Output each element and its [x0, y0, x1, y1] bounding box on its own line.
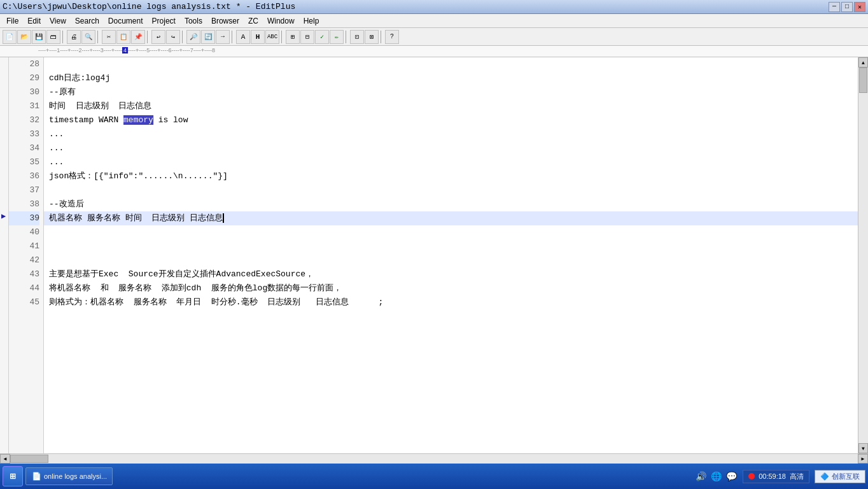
line-num-33: 33: [9, 127, 39, 141]
tb-open[interactable]: 📂: [17, 30, 31, 44]
tb-help[interactable]: ?: [385, 30, 399, 44]
start-button[interactable]: ⊞: [3, 466, 23, 486]
recording-dot: [748, 473, 755, 479]
tb-replace[interactable]: 🔄: [201, 30, 215, 44]
scroll-down-button[interactable]: ▼: [858, 443, 868, 453]
code-line-37: [44, 183, 858, 197]
scroll-right-button[interactable]: ▶: [858, 454, 868, 464]
toolbar: 📄 📂 💾 🗃 🖨 🔍 ✂ 📋 📌 ↩ ↪ 🔎 🔄 → A H ABC ⊞ ⊟ …: [0, 28, 868, 46]
time-display: 00:59:18 高清: [743, 470, 809, 483]
tb-font[interactable]: A: [236, 30, 250, 44]
code-line-42: [44, 253, 858, 267]
scroll-thumb[interactable]: [859, 67, 867, 93]
code-line-38: --改造后: [44, 197, 858, 211]
menu-tools[interactable]: Tools: [181, 15, 206, 27]
line-num-37: 37: [9, 183, 39, 197]
tb-cols[interactable]: ⊡: [350, 30, 364, 44]
cursor-arrow: ▶: [1, 211, 6, 221]
tb-redo[interactable]: ↪: [166, 30, 180, 44]
sys-icon-2[interactable]: 🌐: [710, 470, 722, 483]
menu-browser[interactable]: Browser: [207, 15, 243, 27]
code-line-31: 时间 日志级别 日志信息: [44, 99, 858, 113]
tb-copy[interactable]: 📋: [116, 30, 130, 44]
tb-cut[interactable]: ✂: [102, 30, 116, 44]
scroll-left-button[interactable]: ◀: [0, 454, 10, 464]
scrollbar-vertical[interactable]: ▲ ▼: [858, 57, 868, 453]
code-line-36: json格式：[{"info":"......\n......"}]: [44, 169, 858, 183]
quality-text: 高清: [790, 472, 804, 481]
ruler: ----+----1----+----2----+----3----+----4…: [0, 46, 868, 57]
menu-window[interactable]: Window: [263, 15, 298, 27]
line-num-43: 43: [9, 267, 39, 281]
h-scroll-thumb[interactable]: [10, 455, 48, 463]
taskbar-item-editor[interactable]: 📄 online logs analysi...: [25, 467, 113, 485]
titlebar: C:\Users\jpwu\Desktop\online logs analys…: [0, 0, 868, 14]
menu-search[interactable]: Search: [71, 15, 103, 27]
code-line-35: ...: [44, 155, 858, 169]
sys-icon-3[interactable]: 💬: [725, 470, 738, 483]
sep7: [346, 31, 348, 43]
line-num-34: 34: [9, 141, 39, 155]
brand-logo: 🔷 创新互联: [815, 470, 865, 483]
code-line-45: 则格式为：机器名称 服务名称 年月日 时分秒.毫秒 日志级别 日志信息 ;: [44, 295, 858, 309]
ruler-content: ----+----1----+----2----+----3----+----4…: [38, 47, 215, 53]
tb-toggle2[interactable]: ⊟: [300, 30, 314, 44]
tb-saveall[interactable]: 🗃: [46, 30, 60, 44]
line-num-32: 32: [9, 113, 39, 127]
close-button[interactable]: ✕: [854, 2, 865, 12]
menu-view[interactable]: View: [46, 15, 70, 27]
code-line-32: timestamp WARN memory is low: [44, 113, 858, 127]
tb-check[interactable]: ✓: [315, 30, 329, 44]
tb-abc[interactable]: ABC: [265, 30, 279, 44]
scrollbar-horizontal[interactable]: ◀ ▶: [0, 453, 868, 464]
tb-new[interactable]: 📄: [3, 30, 17, 44]
minimize-button[interactable]: ─: [829, 2, 840, 12]
menubar: File Edit View Search Document Project T…: [0, 14, 868, 28]
left-margin: ▶: [0, 57, 9, 453]
maximize-button[interactable]: □: [841, 2, 853, 12]
code-line-43: 主要是想基于Exec Source开发自定义插件AdvancedExecSour…: [44, 267, 858, 281]
menu-zc[interactable]: ZC: [244, 15, 262, 27]
menu-document[interactable]: Document: [104, 15, 147, 27]
sep2: [97, 31, 100, 43]
menu-help[interactable]: Help: [300, 15, 323, 27]
title-text: C:\Users\jpwu\Desktop\online logs analys…: [3, 2, 295, 11]
sep3: [147, 31, 150, 43]
tb-find[interactable]: 🔎: [186, 30, 200, 44]
scroll-up-button[interactable]: ▲: [858, 57, 868, 67]
window-controls: ─ □ ✕: [829, 2, 865, 12]
line-num-39: 39: [9, 211, 39, 225]
tb-bold[interactable]: H: [251, 30, 265, 44]
menu-file[interactable]: File: [3, 15, 22, 27]
sys-icon-1[interactable]: 🔊: [694, 470, 707, 483]
tb-toggle1[interactable]: ⊞: [286, 30, 300, 44]
sep1: [62, 31, 65, 43]
menu-edit[interactable]: Edit: [24, 15, 45, 27]
time-text: 00:59:18: [759, 472, 786, 480]
code-line-39: 机器名称 服务名称 时间 日志级别 日志信息: [44, 211, 858, 225]
tb-preview[interactable]: 🔍: [81, 30, 95, 44]
tb-save[interactable]: 💾: [32, 30, 46, 44]
line-num-29: 29: [9, 71, 39, 85]
brand-icon: 🔷: [820, 472, 829, 481]
line-num-40: 40: [9, 225, 39, 239]
tb-goto[interactable]: →: [216, 30, 230, 44]
scroll-track[interactable]: [858, 67, 868, 443]
tb-split[interactable]: ⊠: [365, 30, 379, 44]
h-scroll-track[interactable]: [10, 454, 858, 464]
code-line-28: [44, 57, 858, 71]
editor-icon: 📄: [31, 471, 41, 481]
tb-paste[interactable]: 📌: [131, 30, 145, 44]
tb-undo[interactable]: ↩: [151, 30, 165, 44]
tb-pencil[interactable]: ✏: [330, 30, 344, 44]
brand-name: 创新互联: [832, 472, 860, 481]
code-area[interactable]: cdh日志:log4j --原有 时间 日志级别 日志信息 timestamp …: [44, 57, 858, 453]
code-line-29: cdh日志:log4j: [44, 71, 858, 85]
menu-project[interactable]: Project: [148, 15, 179, 27]
line-num-36: 36: [9, 169, 39, 183]
tb-print[interactable]: 🖨: [67, 30, 81, 44]
line-num-31: 31: [9, 99, 39, 113]
line-num-38: 38: [9, 197, 39, 211]
line-num-44: 44: [9, 281, 39, 295]
sep5: [232, 31, 234, 43]
